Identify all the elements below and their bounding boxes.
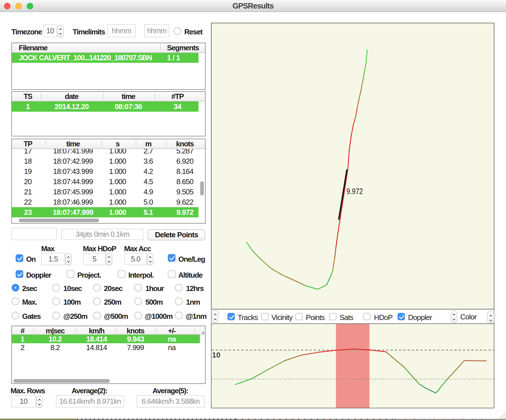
svg-text:9.972: 9.972: [346, 186, 363, 196]
svg-text:10: 10: [212, 351, 220, 359]
